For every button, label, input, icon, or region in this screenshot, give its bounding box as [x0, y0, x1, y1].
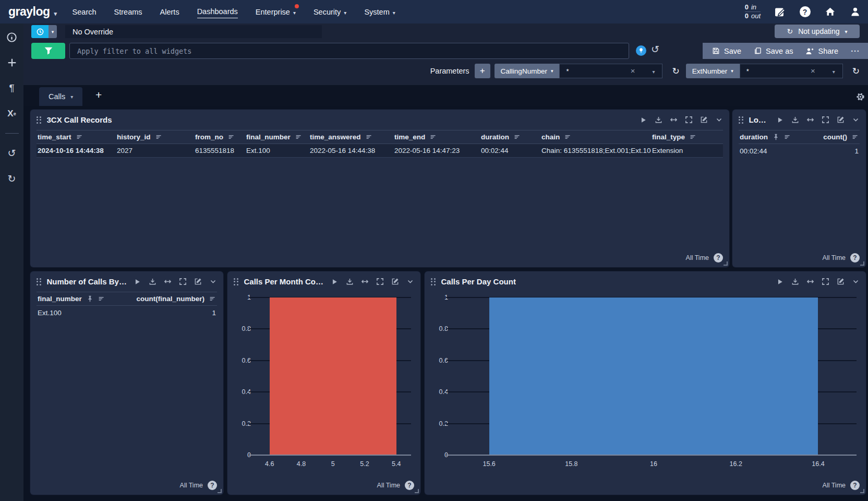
- sort-icon[interactable]: [295, 134, 302, 140]
- drag-handle-icon[interactable]: [37, 278, 41, 285]
- sort-icon[interactable]: [690, 134, 696, 140]
- column-header[interactable]: chain: [540, 130, 651, 144]
- resize-handle[interactable]: [415, 489, 419, 493]
- drag-handle-icon[interactable]: [234, 278, 238, 285]
- column-header[interactable]: time_end: [393, 130, 480, 144]
- compose-icon[interactable]: [774, 6, 786, 18]
- add-tab-button[interactable]: +: [95, 89, 102, 101]
- edit-widget-icon[interactable]: [391, 278, 399, 286]
- resize-handle[interactable]: [860, 261, 864, 266]
- sort-icon[interactable]: [852, 134, 859, 140]
- edit-widget-icon[interactable]: [836, 278, 845, 286]
- swap-horizontal-icon[interactable]: [669, 116, 678, 124]
- pin-icon[interactable]: [87, 295, 93, 302]
- add-parameter-button[interactable]: +: [475, 64, 490, 78]
- sort-icon[interactable]: [76, 134, 83, 140]
- download-icon[interactable]: [791, 116, 799, 124]
- edit-widget-icon[interactable]: [194, 278, 202, 286]
- add-icon[interactable]: [6, 56, 18, 69]
- undo-icon[interactable]: ↺: [6, 147, 18, 159]
- edit-widget-icon[interactable]: [700, 116, 708, 124]
- time-range-button[interactable]: ▾: [31, 25, 57, 38]
- sort-icon[interactable]: [366, 134, 372, 140]
- question-icon[interactable]: ?: [850, 481, 860, 490]
- sort-icon[interactable]: [209, 295, 216, 302]
- drag-handle-icon[interactable]: [739, 116, 743, 124]
- filter-button[interactable]: [31, 43, 65, 59]
- edit-widget-icon[interactable]: [836, 116, 845, 124]
- fullscreen-icon[interactable]: [821, 278, 829, 286]
- swap-horizontal-icon[interactable]: [806, 278, 814, 286]
- refresh-icon[interactable]: ↻: [852, 66, 860, 77]
- resize-handle[interactable]: [218, 489, 222, 493]
- pilcrow-icon[interactable]: ¶: [6, 82, 18, 94]
- nav-item-system[interactable]: System▾: [364, 6, 395, 18]
- play-icon[interactable]: [776, 278, 784, 286]
- column-header[interactable]: duration: [480, 130, 540, 144]
- column-header[interactable]: final_type: [651, 130, 723, 144]
- column-header[interactable]: from_no: [194, 130, 245, 144]
- sort-icon[interactable]: [514, 134, 521, 140]
- more-actions-button[interactable]: ···: [851, 47, 860, 55]
- info-icon[interactable]: [6, 31, 18, 43]
- sort-icon[interactable]: [98, 295, 105, 302]
- sort-icon[interactable]: [228, 134, 235, 140]
- swap-horizontal-icon[interactable]: [163, 278, 172, 286]
- save-button[interactable]: Save: [712, 47, 741, 55]
- sort-icon[interactable]: [564, 134, 571, 140]
- table-row[interactable]: 2024-10-16 14:44:38 2027 6135551818 Ext.…: [37, 144, 723, 158]
- table-row[interactable]: Ext.100 1: [37, 306, 217, 320]
- drag-handle-icon[interactable]: [37, 116, 41, 124]
- question-icon[interactable]: ?: [405, 481, 414, 490]
- resize-handle[interactable]: [724, 261, 728, 266]
- tab-calls[interactable]: Calls ▾: [39, 87, 82, 106]
- save-as-button[interactable]: Save as: [754, 47, 793, 55]
- swap-horizontal-icon[interactable]: [360, 278, 369, 286]
- redo-icon[interactable]: ↻: [6, 172, 18, 185]
- time-override-display[interactable]: No Override: [65, 25, 322, 38]
- column-header[interactable]: time_start: [37, 130, 116, 144]
- parameter-name-button[interactable]: CallingNumber ▾: [495, 64, 560, 78]
- clear-icon[interactable]: ×: [811, 66, 815, 75]
- refresh-icon[interactable]: ↻: [672, 66, 679, 77]
- gear-icon[interactable]: [856, 92, 865, 103]
- nav-item-enterprise[interactable]: Enterprise▾: [256, 6, 296, 18]
- parameter-value-input[interactable]: [740, 64, 842, 78]
- pin-icon[interactable]: [773, 134, 779, 140]
- chevron-down-icon[interactable]: ▾: [833, 69, 835, 75]
- nav-item-security[interactable]: Security▾: [314, 6, 346, 18]
- resize-handle[interactable]: [860, 489, 864, 493]
- clear-icon[interactable]: ×: [631, 66, 635, 75]
- download-icon[interactable]: [345, 278, 354, 286]
- fullscreen-icon[interactable]: [178, 278, 187, 286]
- question-icon[interactable]: ?: [850, 253, 860, 263]
- fields-icon[interactable]: Xe: [6, 108, 18, 120]
- fullscreen-icon[interactable]: [684, 116, 693, 124]
- chevron-down-icon[interactable]: [209, 278, 217, 286]
- graylog-logo[interactable]: graylog▾: [8, 5, 57, 19]
- sort-icon[interactable]: [784, 134, 791, 140]
- throughput-indicator[interactable]: 0in 0out: [745, 3, 761, 20]
- widget-filter-input[interactable]: [69, 43, 629, 59]
- play-icon[interactable]: [776, 116, 784, 124]
- sort-icon[interactable]: [155, 134, 162, 140]
- fullscreen-icon[interactable]: [821, 116, 829, 124]
- play-icon[interactable]: [330, 278, 339, 286]
- query-history-icon[interactable]: ↺: [651, 43, 659, 55]
- nav-item-alerts[interactable]: Alerts: [160, 6, 179, 18]
- download-icon[interactable]: [654, 116, 662, 124]
- nav-item-streams[interactable]: Streams: [114, 6, 142, 18]
- fullscreen-icon[interactable]: [376, 278, 384, 286]
- share-button[interactable]: Share: [805, 47, 838, 55]
- drag-handle-icon[interactable]: [431, 278, 436, 285]
- chevron-down-icon[interactable]: [406, 278, 414, 286]
- column-header[interactable]: time_answered: [309, 130, 393, 144]
- table-row[interactable]: 00:02:44 1: [739, 144, 860, 158]
- user-icon[interactable]: [849, 6, 861, 18]
- refresh-controls-button[interactable]: ↻ Not updating ▾: [775, 25, 860, 38]
- hint-lightbulb-icon[interactable]: [636, 45, 646, 56]
- nav-item-dashboards[interactable]: Dashboards: [197, 5, 238, 18]
- column-header[interactable]: final_number: [245, 130, 309, 144]
- download-icon[interactable]: [791, 278, 799, 286]
- play-icon[interactable]: [133, 278, 141, 286]
